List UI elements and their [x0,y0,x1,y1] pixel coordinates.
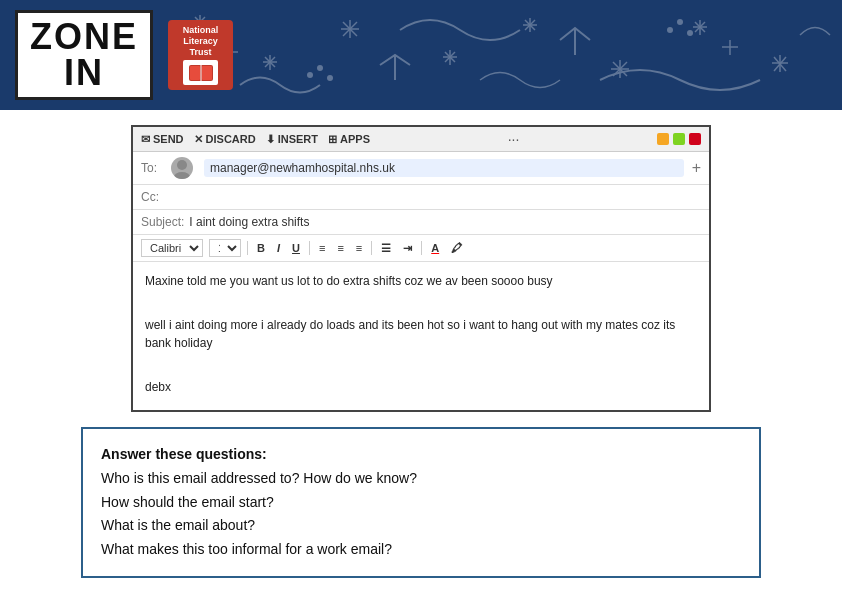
svg-point-46 [177,160,187,170]
add-recipient-icon[interactable]: + [692,159,701,177]
formatting-bar: Calibri 12 B I U ≡ ≡ ≡ ☰ ⇥ A 🖍 [133,235,709,262]
cc-field-row: Cc: [133,185,709,210]
indent-button[interactable]: ⇥ [400,241,415,256]
questions-text: Answer these questions: Who is this emai… [101,443,741,562]
more-options-icon[interactable]: ··· [508,131,520,147]
email-body-line-5: debx [145,378,697,396]
format-separator-3 [371,241,372,255]
subject-value[interactable]: I aint doing extra shifts [189,215,309,229]
underline-button[interactable]: U [289,241,303,255]
svg-point-34 [327,75,333,81]
zone-in-text: ZONE IN [30,19,138,91]
close-button[interactable] [689,133,701,145]
format-separator-4 [421,241,422,255]
sender-avatar [171,157,193,179]
email-window: ✉ SEND ✕ DISCARD ⬇ INSERT ⊞ APPS ··· [131,125,711,412]
highlight-button[interactable]: 🖍 [448,241,465,255]
question-1: Who is this email addressed to? How do w… [101,470,417,486]
email-toolbar: ✉ SEND ✕ DISCARD ⬇ INSERT ⊞ APPS ··· [133,127,709,152]
apps-icon: ⊞ [328,133,337,146]
format-separator-1 [247,241,248,255]
font-family-select[interactable]: Calibri [141,239,203,257]
window-controls [657,133,701,145]
font-color-button[interactable]: A [428,241,442,255]
question-3: What is the email about? [101,517,255,533]
zone-in-logo: ZONE IN [15,10,153,100]
questions-heading: Answer these questions: [101,446,267,462]
email-body-line-1: Maxine told me you want us lot to do ext… [145,272,697,290]
question-4: What makes this too informal for a work … [101,541,392,557]
svg-point-33 [317,65,323,71]
to-field-row: To: manager@newhamhospital.nhs.uk + [133,152,709,185]
questions-box: Answer these questions: Who is this emai… [81,427,761,578]
insert-icon: ⬇ [266,133,275,146]
email-body-line-3: well i aint doing more i already do load… [145,316,697,352]
apps-button[interactable]: ⊞ APPS [328,133,370,146]
svg-point-35 [667,27,673,33]
svg-point-47 [174,172,190,179]
main-content: ✉ SEND ✕ DISCARD ⬇ INSERT ⊞ APPS ··· [0,110,842,595]
send-icon: ✉ [141,133,150,146]
discard-button[interactable]: ✕ DISCARD [194,133,256,146]
svg-point-32 [307,72,313,78]
maximize-button[interactable] [673,133,685,145]
insert-button[interactable]: ⬇ INSERT [266,133,318,146]
bold-button[interactable]: B [254,241,268,255]
email-body-line-4 [145,356,697,374]
svg-point-36 [677,19,683,25]
nlt-logo: National Literacy Trust [168,20,233,90]
svg-point-37 [687,30,693,36]
to-value[interactable]: manager@newhamhospital.nhs.uk [204,159,684,177]
italic-button[interactable]: I [274,241,283,255]
font-size-select[interactable]: 12 [209,239,241,257]
question-2: How should the email start? [101,494,274,510]
align-center-button[interactable]: ≡ [334,241,346,255]
nlt-book-icon [183,60,218,85]
align-left-button[interactable]: ≡ [316,241,328,255]
minimize-button[interactable] [657,133,669,145]
format-separator-2 [309,241,310,255]
svg-rect-45 [202,66,212,80]
bullets-button[interactable]: ☰ [378,241,394,256]
header-banner: ZONE IN National Literacy Trust [0,0,842,110]
email-body-line-2 [145,294,697,312]
cc-label: Cc: [141,190,171,204]
subject-row: Subject: I aint doing extra shifts [133,210,709,235]
svg-rect-44 [190,66,200,80]
email-body[interactable]: Maxine told me you want us lot to do ext… [133,262,709,410]
subject-label: Subject: [141,215,184,229]
discard-icon: ✕ [194,133,203,146]
nlt-label: National Literacy Trust [183,25,219,57]
to-label: To: [141,161,171,175]
align-right-button[interactable]: ≡ [353,241,365,255]
send-button[interactable]: ✉ SEND [141,133,184,146]
